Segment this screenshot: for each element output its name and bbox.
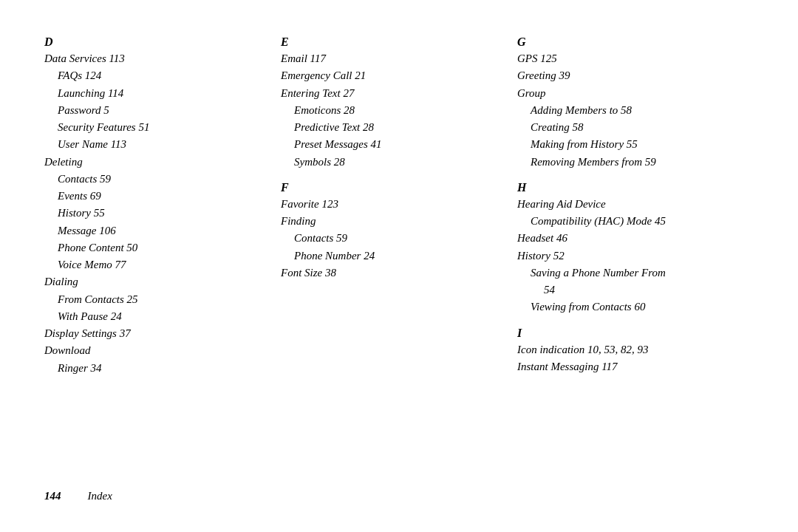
- index-entry: Entering Text 27: [281, 85, 502, 102]
- page: DData Services 113FAQs 124Launching 114P…: [0, 0, 798, 532]
- index-entry: Launching 114: [58, 85, 266, 102]
- index-entry: Contacts 59: [294, 230, 502, 247]
- index-entry: Preset Messages 41: [294, 136, 502, 153]
- index-entry: Deleting: [44, 154, 266, 171]
- section-letter-i: I: [517, 327, 739, 340]
- index-entry: Emergency Call 21: [281, 67, 502, 84]
- index-entry: GPS 125: [517, 50, 739, 67]
- section-block-i: IIcon indication 10, 53, 82, 93Instant M…: [517, 327, 739, 376]
- index-entry: With Pause 24: [58, 308, 266, 325]
- index-entry: Security Features 51: [58, 119, 266, 136]
- index-entry: Viewing from Contacts 60: [531, 299, 739, 316]
- col-e-f: EEmail 117Emergency Call 21Entering Text…: [281, 35, 517, 478]
- index-entry: Voice Memo 77: [58, 256, 266, 273]
- index-entry: Predictive Text 28: [294, 119, 502, 136]
- index-entry: History 52: [517, 248, 739, 265]
- section-block-e: EEmail 117Emergency Call 21Entering Text…: [281, 35, 502, 171]
- index-entry: Email 117: [281, 50, 502, 67]
- index-entry: Events 69: [58, 188, 266, 205]
- index-entry: User Name 113: [58, 136, 266, 153]
- index-entry: Contacts 59: [58, 171, 266, 188]
- index-entry: From Contacts 25: [58, 291, 266, 308]
- index-entry: Font Size 38: [281, 265, 502, 282]
- section-letter-h: H: [517, 181, 739, 194]
- index-entry: Ringer 34: [58, 360, 266, 377]
- section-letter-f: F: [281, 181, 502, 194]
- index-entry: Group: [517, 85, 739, 102]
- index-entry: Password 5: [58, 102, 266, 119]
- index-entry: Saving a Phone Number From: [531, 265, 739, 282]
- section-letter-d: D: [44, 35, 266, 49]
- section-letter-e: E: [281, 35, 502, 49]
- index-entry: Symbols 28: [294, 154, 502, 171]
- index-entry: Display Settings 37: [44, 325, 266, 342]
- index-entry: Headset 46: [517, 230, 739, 247]
- section-letter-g: G: [517, 35, 739, 49]
- index-entry: Making from History 55: [531, 136, 739, 153]
- index-entry: Adding Members to 58: [531, 102, 739, 119]
- index-entry: Favorite 123: [281, 196, 502, 213]
- index-entry: Dialing: [44, 273, 266, 290]
- footer-index-label: Index: [88, 490, 112, 502]
- index-entry: Icon indication 10, 53, 82, 93: [517, 341, 739, 358]
- index-entry: History 55: [58, 205, 266, 222]
- index-entry: Removing Members from 59: [531, 154, 739, 171]
- index-entry: Phone Content 50: [58, 239, 266, 256]
- footer: 144 Index: [44, 485, 754, 502]
- index-entry: Compatibility (HAC) Mode 45: [531, 213, 739, 230]
- index-entry: Hearing Aid Device: [517, 196, 739, 213]
- index-entry: Instant Messaging 117: [517, 358, 739, 375]
- index-entry: Creating 58: [531, 119, 739, 136]
- section-block-g: GGPS 125Greeting 39GroupAdding Members t…: [517, 35, 739, 171]
- index-entry: Phone Number 24: [294, 248, 502, 265]
- section-block-d: DData Services 113FAQs 124Launching 114P…: [44, 35, 266, 377]
- index-entry: FAQs 124: [58, 67, 266, 84]
- index-entry: Greeting 39: [517, 67, 739, 84]
- index-entry: Finding: [281, 213, 502, 230]
- index-columns: DData Services 113FAQs 124Launching 114P…: [44, 35, 754, 478]
- index-entry: Emoticons 28: [294, 102, 502, 119]
- col-d: DData Services 113FAQs 124Launching 114P…: [44, 35, 281, 478]
- col-g-h-i: GGPS 125Greeting 39GroupAdding Members t…: [517, 35, 754, 478]
- index-entry: Download: [44, 342, 266, 359]
- index-entry: Data Services 113: [44, 50, 266, 67]
- index-entry: 54: [544, 282, 739, 299]
- footer-page-number: 144: [44, 490, 61, 502]
- section-block-h: HHearing Aid DeviceCompatibility (HAC) M…: [517, 181, 739, 316]
- index-entry: Message 106: [58, 222, 266, 239]
- section-block-f: FFavorite 123FindingContacts 59Phone Num…: [281, 181, 502, 282]
